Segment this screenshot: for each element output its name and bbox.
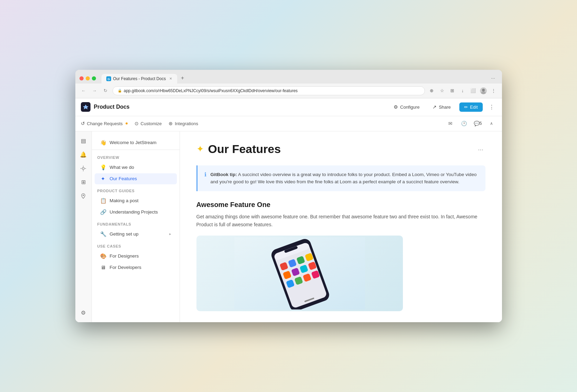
feature-one-text: Get amazing things done with awesome fea… xyxy=(196,213,485,229)
browser-window: G Our Features - Product Docs ✕ + ⋯ ← → … xyxy=(75,70,502,322)
link-icon: 🔗 xyxy=(100,209,106,215)
page-title-row: ✦ Our Features ⋯ xyxy=(196,142,485,156)
use-cases-section-label: USE CASES xyxy=(92,240,180,250)
browser-titlebar: G Our Features - Product Docs ✕ + ⋯ xyxy=(75,70,502,84)
page-more-button[interactable]: ⋯ xyxy=(476,145,485,155)
browser-chrome: G Our Features - Product Docs ✕ + ⋯ ← → … xyxy=(75,70,502,98)
extension-button[interactable]: ⊕ xyxy=(428,87,436,95)
browser-tabs: G Our Features - Product Docs ✕ + xyxy=(101,73,488,84)
sidebar-item-what-we-do[interactable]: 💡 What we do xyxy=(95,162,177,173)
settings-icon[interactable]: ⚙ xyxy=(78,307,89,318)
mail-button[interactable]: ✉ xyxy=(446,119,455,128)
sidebar-item-understanding-projects[interactable]: 🔗 Understanding Projects xyxy=(95,207,177,218)
traffic-lights xyxy=(79,76,96,80)
bulb-icon: 💡 xyxy=(100,164,106,171)
toolbar-actions: ⊕ ☆ ⊞ ↓ ⬜ ⋮ xyxy=(428,87,498,95)
comment-icon: 💬 xyxy=(474,121,480,126)
extensions-manager-button[interactable]: ⊞ xyxy=(448,87,457,95)
customize-icon: ⊙ xyxy=(135,121,139,126)
fundamentals-section-label: FUNDAMENTALS xyxy=(92,218,180,228)
browser-more-button[interactable]: ⋮ xyxy=(490,87,498,95)
screenshot-button[interactable]: ⬜ xyxy=(469,87,477,95)
sidebar-item-making-a-post[interactable]: 📋 Making a post xyxy=(95,195,177,206)
header-more-button[interactable]: ⋮ xyxy=(487,102,496,112)
clock-icon: 🕐 xyxy=(461,121,467,126)
icon-rail: ▤ 🔔 ⊞ ⚙ xyxy=(75,131,92,322)
sub-header-right: ✉ 🕐 💬 5 ∧ xyxy=(446,119,496,128)
collapse-button[interactable]: ∧ xyxy=(487,119,496,128)
download-button[interactable]: ↓ xyxy=(459,87,467,95)
profile-button[interactable] xyxy=(479,87,488,95)
sub-header: ↺ Change Requests ⊙ Customize ⊛ Integrat… xyxy=(75,116,502,131)
page-title: Our Features xyxy=(208,142,472,156)
url-text: app.gitbook.com/o/rHbw65DDeLxPNJCcyI09/s… xyxy=(124,88,298,93)
browser-toolbar: ← → ↻ 🔒 app.gitbook.com/o/rHbw65DDeLxPNJ… xyxy=(75,84,502,98)
tab-title: Our Features - Product Docs xyxy=(113,76,166,81)
bookmark-button[interactable]: ☆ xyxy=(438,87,446,95)
svg-text:G: G xyxy=(107,77,110,81)
app-header: Product Docs ⚙ Configure ↗ Share ✏ Edit … xyxy=(75,98,502,116)
feature-image xyxy=(196,236,403,311)
tip-body: A succinct video overview is a great way… xyxy=(211,172,477,185)
main-content: ✦ Our Features ⋯ ℹ GitBook tip: A succin… xyxy=(180,131,502,322)
address-bar[interactable]: 🔒 app.gitbook.com/o/rHbw65DDeLxPNJCcyI09… xyxy=(113,86,425,95)
sidebar-item-our-features[interactable]: ✦ Our Features xyxy=(95,173,177,184)
svg-point-4 xyxy=(82,167,84,170)
app-title: Product Docs xyxy=(94,104,130,110)
getting-set-up-arrow-icon: ▸ xyxy=(169,232,171,236)
tab-favicon: G xyxy=(106,76,111,81)
overview-section-label: OVERVIEW xyxy=(92,151,180,162)
share-icon: ↗ xyxy=(432,104,437,110)
change-requests-badge xyxy=(126,122,128,124)
tip-label: GitBook tip: xyxy=(211,172,237,177)
change-requests-button[interactable]: ↺ Change Requests xyxy=(81,117,128,130)
customize-button[interactable]: ⊙ Customize xyxy=(135,117,162,130)
comment-count: 5 xyxy=(480,121,482,126)
app-logo-area: Product Docs xyxy=(81,102,130,112)
our-features-sparkle-icon: ✦ xyxy=(100,176,106,182)
svg-point-3 xyxy=(481,91,486,94)
notification-icon[interactable]: 🔔 xyxy=(78,149,89,160)
tip-box: ℹ GitBook tip: A succinct video overview… xyxy=(196,165,485,191)
configure-icon: ⚙ xyxy=(394,104,398,110)
app-logo xyxy=(81,102,90,112)
sidebar-item-for-designers[interactable]: 🎨 For Designers xyxy=(95,251,177,262)
change-requests-icon: ↺ xyxy=(81,121,85,126)
sidebar-item-welcome[interactable]: 👋 Welcome to JetStream xyxy=(95,137,177,148)
active-tab[interactable]: G Our Features - Product Docs ✕ xyxy=(101,74,177,84)
developer-icon: 🖥 xyxy=(100,264,106,270)
integrations-button[interactable]: ⊛ Integrations xyxy=(169,117,198,130)
history-button[interactable]: 🕐 xyxy=(459,119,469,128)
maximize-window-button[interactable] xyxy=(92,76,96,80)
sidebar: 👋 Welcome to JetStream OVERVIEW 💡 What w… xyxy=(92,131,180,322)
ssl-lock-icon: 🔒 xyxy=(118,89,122,92)
sidebar-toggle-icon[interactable]: ▤ xyxy=(78,135,89,146)
forward-button[interactable]: → xyxy=(90,87,99,95)
svg-point-2 xyxy=(482,89,485,91)
sparkle-ai-icon[interactable] xyxy=(78,163,89,174)
info-circle-icon: ℹ xyxy=(204,171,206,178)
grid-icon[interactable]: ⊞ xyxy=(78,177,89,188)
chevron-up-icon: ∧ xyxy=(490,121,493,126)
configure-button[interactable]: ⚙ Configure xyxy=(389,102,424,112)
edit-pen-icon: ✏ xyxy=(464,105,468,110)
refresh-button[interactable]: ↻ xyxy=(101,87,110,95)
close-window-button[interactable] xyxy=(79,76,84,80)
sidebar-item-getting-set-up[interactable]: 🔧 Getting set up ▸ xyxy=(95,229,177,240)
feature-one-heading: Awesome Feature One xyxy=(196,201,485,209)
tip-text-content: GitBook tip: A succinct video overview i… xyxy=(211,171,479,186)
integrations-icon: ⊛ xyxy=(169,121,173,126)
back-button[interactable]: ← xyxy=(79,87,88,95)
main-layout: ▤ 🔔 ⊞ ⚙ xyxy=(75,131,502,322)
sub-header-left: ↺ Change Requests ⊙ Customize ⊛ Integrat… xyxy=(81,117,446,130)
edit-button[interactable]: ✏ Edit xyxy=(459,102,482,112)
new-tab-button[interactable]: + xyxy=(178,73,188,83)
comments-button[interactable]: 💬 5 xyxy=(473,119,483,128)
share-button[interactable]: ↗ Share xyxy=(428,102,455,112)
wrench-icon: 🔧 xyxy=(100,231,106,237)
tab-close-button[interactable]: ✕ xyxy=(169,76,172,81)
welcome-emoji-icon: 👋 xyxy=(100,140,106,146)
sidebar-item-for-developers[interactable]: 🖥 For Developers xyxy=(95,262,177,273)
location-pin-icon[interactable] xyxy=(78,190,89,202)
minimize-window-button[interactable] xyxy=(86,76,90,80)
